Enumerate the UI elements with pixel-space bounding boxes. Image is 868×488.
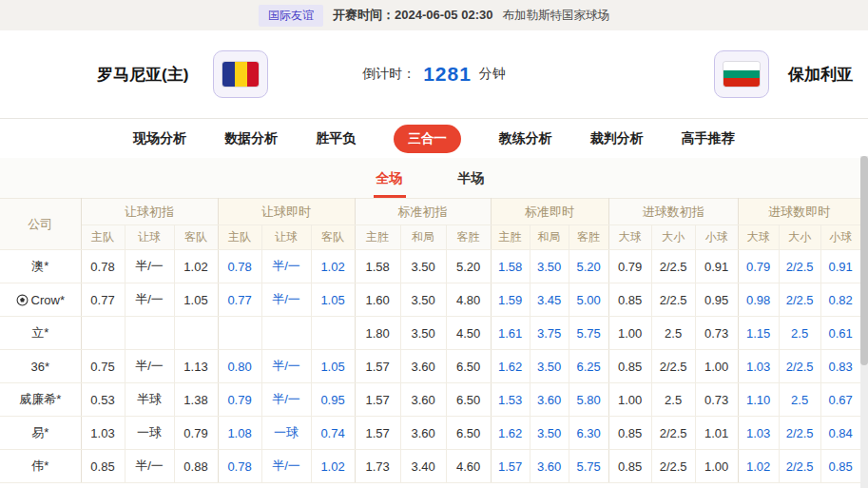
odds-cell: 0.85: [608, 417, 651, 450]
odds-cell: 0.78: [81, 250, 125, 283]
tab-three-in-one[interactable]: 三合一: [394, 125, 461, 153]
sub-header-row: 主队 让球 客队 主队 让球 客队 主胜 和局 客胜 主胜 和局 客胜 大球 大…: [0, 225, 860, 250]
company-name: Crow*: [31, 293, 65, 307]
col-handicap-live: 让球即时: [218, 199, 355, 225]
odds-cell: 0.83: [820, 350, 860, 383]
subcol: 和局: [400, 225, 446, 250]
odds-cell: 一球: [261, 417, 311, 450]
kickoff-time: 2024-06-05 02:30: [395, 8, 492, 22]
col-goals-live: 进球数即时: [738, 199, 860, 225]
table-row: 立* 1.80 3.50 4.50 1.61 3.75 5.75 1.00 2.…: [0, 317, 860, 350]
tab-live-analysis[interactable]: 现场分析: [133, 130, 186, 147]
odds-cell: 0.85: [608, 350, 651, 383]
countdown-value: 1281: [423, 63, 472, 86]
tab-data-analysis[interactable]: 数据分析: [224, 130, 278, 147]
odds-cell: 0.85: [608, 450, 651, 483]
odds-cell: 5.20: [569, 250, 608, 283]
odds-cell: 1.13: [174, 350, 218, 383]
odds-cell: 1.05: [311, 283, 355, 317]
odds-cell: 0.78: [218, 250, 261, 283]
subcol: 大球: [608, 225, 651, 250]
odds-page: 国际友谊 开赛时间：2024-06-05 02:30 布加勒斯特国家球场 罗马尼…: [0, 0, 868, 488]
odds-cell: 1.38: [174, 383, 218, 417]
odds-cell: 1.02: [174, 250, 218, 283]
subcol: 小球: [695, 225, 738, 250]
subtab-full-match[interactable]: 全场: [374, 170, 406, 198]
scrollbar-thumb[interactable]: [860, 156, 868, 365]
match-header: 罗马尼亚(主) 倒计时： 1281 分钟 保加利亚: [0, 30, 868, 118]
odds-cell: 3.60: [530, 450, 569, 483]
odds-cell: 5.20: [446, 250, 491, 283]
odds-cell: 1.61: [491, 317, 530, 350]
odds-cell: 0.74: [311, 417, 355, 450]
odds-cell: [311, 317, 355, 350]
odds-cell: 3.75: [530, 317, 569, 350]
vertical-scrollbar[interactable]: [860, 156, 868, 488]
company-cell[interactable]: Crow*: [0, 283, 81, 317]
company-cell[interactable]: 立*: [0, 317, 81, 350]
company-name: 立*: [31, 324, 48, 342]
odds-cell: 3.40: [400, 450, 446, 483]
period-subtabs: 全场 半场: [0, 158, 860, 198]
tab-coach-analysis[interactable]: 教练分析: [499, 130, 552, 147]
odds-cell: 1.02: [738, 450, 779, 483]
company-name: 36*: [30, 360, 49, 374]
odds-cell: 3.45: [530, 283, 569, 317]
odds-cell: 1.62: [491, 417, 530, 450]
subcol: 客胜: [446, 225, 491, 250]
table-row: 威廉希* 0.53 半球 1.38 0.79 半/一 0.95 1.57 3.6…: [0, 383, 860, 417]
odds-cell: 1.05: [174, 283, 218, 317]
odds-cell: 半/一: [125, 283, 174, 317]
odds-cell: 2/2.5: [779, 350, 820, 383]
odds-cell: 0.80: [218, 350, 261, 383]
odds-cell: 0.84: [820, 417, 860, 450]
countdown: 倒计时： 1281 分钟: [362, 63, 506, 86]
company-cell[interactable]: 威廉希*: [0, 383, 81, 417]
table-row: 澳* 0.78 半/一 1.02 0.78 半/一 1.02 1.58 3.50…: [0, 250, 860, 283]
odds-cell: 0.77: [81, 283, 125, 317]
odds-cell: 1.57: [355, 417, 400, 450]
odds-cell: 半/一: [125, 250, 174, 283]
odds-cell: 1.80: [355, 317, 400, 350]
odds-cell: 0.79: [218, 383, 261, 417]
odds-cell: 3.50: [530, 250, 569, 283]
home-team-name: 罗马尼亚(主): [97, 64, 188, 86]
odds-cell: 1.02: [311, 250, 355, 283]
odds-cell: 5.80: [569, 383, 608, 417]
company-cell[interactable]: 澳*: [0, 250, 81, 283]
company-name: 伟*: [31, 458, 48, 475]
odds-cell: 1.00: [695, 450, 738, 483]
odds-table: 公司 让球初指 让球即时 标准初指 标准即时 进球数初指 进球数即时 主队 让球…: [0, 198, 861, 483]
odds-cell: 1.05: [311, 350, 355, 383]
odds-cell: 4.60: [446, 450, 491, 483]
away-flag-box: [714, 50, 769, 98]
odds-cell: 3.50: [400, 283, 446, 317]
venue: 布加勒斯特国家球场: [502, 8, 609, 24]
tab-referee-analysis[interactable]: 裁判分析: [590, 130, 644, 147]
company-cell[interactable]: 伟*: [0, 450, 81, 483]
company-cell[interactable]: 易*: [0, 417, 81, 450]
tab-win-draw-loss[interactable]: 胜平负: [316, 130, 356, 147]
odds-cell: 2/2.5: [779, 283, 820, 317]
analysis-nav: 现场分析 数据分析 胜平负 三合一 教练分析 裁判分析 高手推荐: [0, 118, 868, 158]
odds-cell: 0.73: [695, 317, 738, 350]
odds-cell: 2.5: [651, 317, 695, 350]
odds-cell: 3.60: [400, 383, 446, 417]
odds-cell: 一球: [125, 417, 174, 450]
odds-cell: 6.25: [569, 350, 608, 383]
match-info-bar: 国际友谊 开赛时间：2024-06-05 02:30 布加勒斯特国家球场: [0, 0, 868, 30]
odds-cell: 2/2.5: [779, 450, 820, 483]
romania-flag-icon: [222, 62, 259, 87]
odds-cell: 1.58: [491, 250, 530, 283]
tab-expert-picks[interactable]: 高手推荐: [682, 130, 735, 147]
subcol: 客胜: [569, 225, 608, 250]
company-name: 易*: [31, 424, 48, 441]
subcol: 让球: [261, 225, 311, 250]
home-team: 罗马尼亚(主): [97, 50, 268, 98]
odds-cell: 6.50: [446, 350, 491, 383]
odds-cell: 0.78: [218, 450, 261, 483]
subtab-half-match[interactable]: 半场: [455, 170, 488, 198]
company-cell[interactable]: 36*: [0, 350, 81, 383]
odds-cell: 半球: [125, 383, 174, 417]
odds-cell: 1.57: [355, 383, 400, 417]
